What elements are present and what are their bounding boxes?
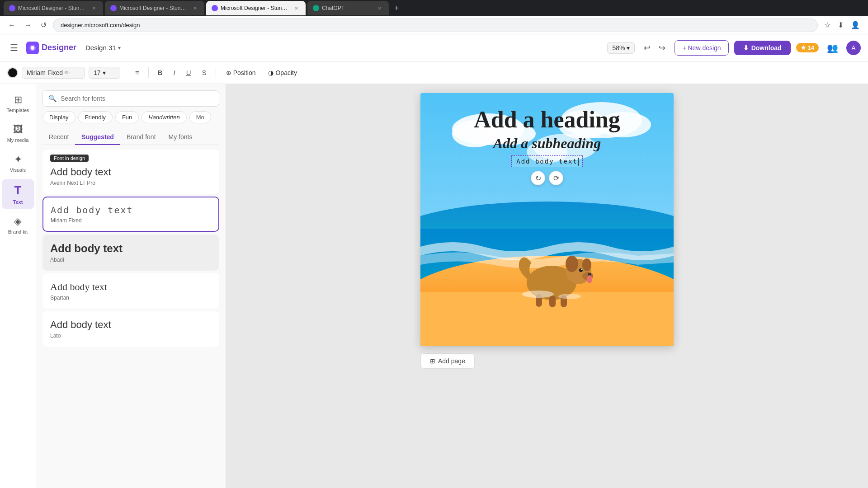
subheading-text[interactable]: Add a subheading (493, 135, 601, 152)
tab-my-fonts[interactable]: My fonts (162, 130, 199, 145)
chip-fun[interactable]: Fun (115, 111, 139, 123)
search-box[interactable]: 🔍 (42, 90, 219, 107)
url-bar[interactable]: designer.microsoft.com/design (53, 19, 818, 32)
sidebar-item-text[interactable]: T Text (2, 179, 34, 209)
download-nav-button[interactable]: ⬇ (835, 19, 846, 31)
coin-icon: ★ (801, 44, 806, 51)
undo-button[interactable]: ↩ (640, 40, 654, 56)
align-icon: ≡ (135, 69, 139, 76)
sidebar-item-brand-kit[interactable]: ◈ Brand kit (2, 211, 34, 239)
chip-display[interactable]: Display (42, 111, 75, 123)
avatar-button[interactable]: A (846, 41, 861, 55)
text-icon: T (14, 183, 22, 197)
ai-text-button[interactable]: ⟳ (549, 171, 563, 185)
svg-point-2 (31, 46, 34, 50)
italic-label: I (174, 69, 175, 76)
share-icon: 👥 (827, 43, 838, 53)
tab-close-2[interactable]: ✕ (191, 5, 199, 12)
tab-close-1[interactable]: ✕ (90, 5, 98, 12)
font-preview-abadi: Add body text (50, 242, 212, 255)
browser-tab-4[interactable]: ChatGPT ✕ (307, 1, 389, 15)
my-media-icon: 🖼 (13, 124, 23, 136)
chip-friendly[interactable]: Friendly (78, 111, 113, 123)
body-text-selected[interactable]: Add body text (511, 155, 583, 167)
browser-tab-1[interactable]: Microsoft Designer - Stunning ✕ (4, 1, 103, 15)
font-name-selector[interactable]: Miriam Fixed ✏ (22, 67, 85, 79)
bold-button[interactable]: B (154, 66, 166, 79)
browser-tab-3[interactable]: Microsoft Designer - Stunning ✕ (206, 1, 306, 15)
hamburger-icon: ☰ (10, 43, 18, 53)
italic-button[interactable]: I (170, 66, 179, 79)
tab-close-4[interactable]: ✕ (376, 5, 383, 12)
main-content: ⊞ Templates 🖼 My media ✦ Visuals T Text … (0, 84, 868, 488)
tab-favicon-4 (313, 5, 319, 11)
redo-button[interactable]: ↪ (655, 40, 669, 56)
position-icon: ⊕ (226, 69, 231, 76)
new-tab-button[interactable]: + (391, 3, 403, 14)
share-button[interactable]: 👥 (824, 40, 841, 56)
position-button[interactable]: ⊕ Position (222, 67, 260, 79)
chip-more-label: Mo (196, 114, 204, 121)
design-title[interactable]: Design 31 ▾ (82, 42, 124, 53)
search-input[interactable] (61, 95, 213, 102)
zoom-control[interactable]: 58% ▾ (607, 42, 635, 54)
font-name-miriam: Miriam Fixed (51, 217, 211, 224)
zoom-level: 58% (612, 44, 625, 52)
browser-bar: Microsoft Designer - Stunning ✕ Microsof… (0, 0, 868, 16)
chip-more[interactable]: Mo (189, 111, 211, 123)
add-page-plus-icon: ⊞ (430, 357, 435, 365)
font-name-avenir: Avenir Next LT Pro (50, 180, 212, 186)
brand-kit-icon: ◈ (14, 216, 22, 227)
font-item-lato[interactable]: Add body text Lato (42, 311, 219, 347)
add-page-label: Add page (438, 357, 465, 365)
brand-icon (26, 42, 39, 54)
tab-recent[interactable]: Recent (42, 130, 75, 145)
tab-close-3[interactable]: ✕ (292, 5, 300, 12)
opacity-label: Opacity (275, 69, 297, 76)
font-size-selector[interactable]: 17 ▾ (89, 67, 120, 79)
underline-button[interactable]: U (183, 66, 195, 79)
font-in-design-badge: Font in design (50, 155, 89, 162)
back-button[interactable]: ← (5, 19, 18, 31)
new-design-button[interactable]: + New design (675, 40, 728, 56)
design-title-text: Design 31 (85, 44, 116, 52)
top-toolbar: ☰ Designer Design 31 ▾ 58% ▾ ↩ ↪ (0, 34, 868, 61)
download-button[interactable]: ⬇ Download (734, 41, 791, 55)
font-item-spartan[interactable]: Add body text Spartan (42, 273, 219, 309)
tab-suggested[interactable]: Suggested (75, 130, 120, 145)
font-item-miriam[interactable]: Add body text Miriam Fixed (42, 197, 219, 232)
font-item-avenir[interactable]: Font in design Add body text Avenir Next… (42, 150, 219, 194)
bookmark-button[interactable]: ☆ (821, 19, 833, 31)
brand-logo: Designer (26, 42, 76, 54)
tab-brand-font[interactable]: Brand font (120, 130, 162, 145)
align-button[interactable]: ≡ (132, 66, 143, 79)
sidebar-item-templates[interactable]: ⊞ Templates (2, 89, 34, 117)
tab-favicon-2 (110, 5, 117, 11)
font-tabs: Recent Suggested Brand font My fonts (42, 130, 219, 145)
sidebar-item-my-media[interactable]: 🖼 My media (2, 119, 34, 147)
add-page-button[interactable]: ⊞ Add page (420, 353, 475, 369)
undo-icon: ↩ (644, 43, 651, 52)
browser-tab-2[interactable]: Microsoft Designer - Stunning ✕ (105, 1, 204, 15)
font-size-chevron-icon: ▾ (103, 69, 106, 76)
heading-text[interactable]: Add a heading (474, 107, 620, 132)
url-text: designer.microsoft.com/design (61, 22, 140, 28)
chip-display-label: Display (49, 114, 69, 121)
font-list: Font in design Add body text Avenir Next… (42, 150, 219, 482)
sidebar-item-visuals[interactable]: ✦ Visuals (2, 149, 34, 177)
chip-handwritten[interactable]: Handwritten (142, 111, 186, 123)
hamburger-button[interactable]: ☰ (7, 40, 21, 56)
forward-button[interactable]: → (22, 19, 34, 31)
reload-button[interactable]: ↺ (38, 19, 49, 31)
bold-label: B (158, 69, 163, 76)
canvas[interactable]: Add a heading Add a subheading Add body … (420, 93, 674, 346)
profile-button[interactable]: 👤 (848, 19, 863, 31)
color-swatch[interactable] (7, 67, 18, 78)
opacity-button[interactable]: ◑ Opacity (264, 67, 301, 79)
canvas-wrapper: Add a heading Add a subheading Add body … (420, 93, 674, 369)
brand-name: Designer (42, 43, 76, 52)
rotate-text-button[interactable]: ↻ (531, 171, 545, 185)
font-item-abadi[interactable]: Add body text Abadi (42, 235, 219, 271)
font-panel-inner: 🔍 Display Friendly Fun Handwritten (36, 84, 226, 488)
strikethrough-button[interactable]: S (198, 66, 210, 79)
